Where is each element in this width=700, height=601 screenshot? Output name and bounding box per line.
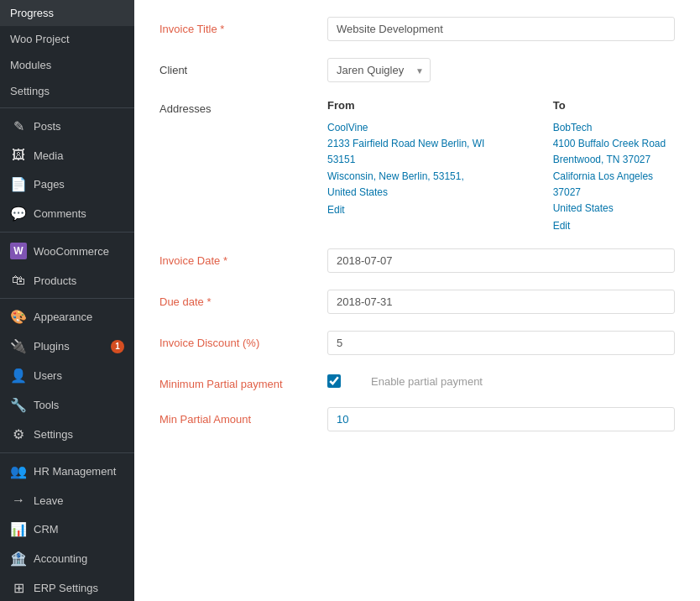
- from-address-text: CoolVine 2133 Fairfield Road New Berlin,…: [327, 120, 503, 201]
- sidebar-item-settings[interactable]: ⚙ Settings: [0, 420, 134, 449]
- from-label: From: [327, 99, 503, 112]
- sidebar-item-users[interactable]: 👤 Users: [0, 361, 134, 390]
- client-select-wrapper: Jaren Quigley: [327, 58, 431, 82]
- woocommerce-icon: W: [10, 243, 27, 259]
- client-label: Client: [159, 58, 327, 76]
- hr-icon: 👥: [10, 463, 27, 479]
- due-date-row: Due date *: [159, 290, 675, 314]
- invoice-title-control: [327, 17, 675, 41]
- to-address-col: To BobTech 4100 Buffalo Creek Road Brent…: [553, 99, 675, 232]
- partial-payment-checkbox-row: Enable partial payment: [327, 374, 675, 388]
- appearance-icon: 🎨: [10, 309, 27, 325]
- invoice-date-input[interactable]: [327, 248, 675, 273]
- sidebar-item-erp-settings[interactable]: ⊞ ERP Settings: [0, 573, 134, 601]
- addresses-label: Addresses: [159, 99, 327, 115]
- sidebar: Progress Woo Project Modules Settings ✎ …: [0, 0, 134, 601]
- client-select[interactable]: Jaren Quigley: [327, 58, 431, 82]
- from-address-col: From CoolVine 2133 Fairfield Road New Be…: [327, 99, 503, 232]
- sidebar-item-plugins[interactable]: 🔌 Plugins 1: [0, 332, 134, 361]
- comments-icon: 💬: [10, 206, 27, 222]
- invoice-date-label: Invoice Date *: [159, 248, 327, 267]
- posts-icon: ✎: [10, 118, 27, 134]
- sidebar-item-pages[interactable]: 📄 Pages: [0, 170, 134, 199]
- enable-partial-label: Enable partial payment: [371, 375, 483, 388]
- invoice-date-row: Invoice Date *: [159, 248, 675, 273]
- due-date-label: Due date *: [159, 290, 327, 308]
- sidebar-item-woocommerce[interactable]: W WooCommerce: [0, 236, 134, 266]
- min-partial-row: Minimum Partial payment Enable partial p…: [159, 372, 675, 390]
- invoice-title-label: Invoice Title *: [159, 17, 327, 35]
- plugins-badge: 1: [111, 340, 124, 353]
- sidebar-item-hr-management[interactable]: 👥 HR Management: [0, 457, 134, 486]
- min-partial-amount-label: Min Partial Amount: [159, 407, 327, 426]
- sidebar-item-media[interactable]: 🖼 Media: [0, 141, 134, 170]
- partial-payment-checkbox[interactable]: [327, 374, 341, 388]
- accounting-icon: 🏦: [10, 551, 27, 567]
- invoice-title-input[interactable]: [327, 17, 675, 41]
- invoice-title-row: Invoice Title *: [159, 17, 675, 41]
- to-edit-link[interactable]: Edit: [553, 220, 675, 232]
- plugins-icon: 🔌: [10, 338, 27, 354]
- sidebar-item-posts[interactable]: ✎ Posts: [0, 112, 134, 141]
- sidebar-item-appearance[interactable]: 🎨 Appearance: [0, 302, 134, 332]
- due-date-control: [327, 290, 675, 314]
- users-icon: 👤: [10, 368, 27, 384]
- invoice-discount-label: Invoice Discount (%): [159, 331, 327, 349]
- sidebar-item-modules[interactable]: Modules: [0, 52, 134, 78]
- invoice-discount-input[interactable]: [327, 331, 675, 355]
- min-partial-control: Enable partial payment: [327, 374, 675, 388]
- sidebar-item-leave[interactable]: → Leave: [0, 486, 134, 515]
- min-partial-amount-row: Min Partial Amount: [159, 407, 675, 431]
- addresses-section: Addresses From CoolVine 2133 Fairfield R…: [159, 99, 675, 232]
- invoice-discount-row: Invoice Discount (%): [159, 331, 675, 355]
- erp-icon: ⊞: [10, 580, 27, 596]
- pages-icon: 📄: [10, 176, 27, 192]
- min-partial-label: Minimum Partial payment: [159, 372, 327, 390]
- invoice-date-control: [327, 248, 675, 273]
- sidebar-item-crm[interactable]: 📊 CRM: [0, 515, 134, 544]
- sidebar-item-progress[interactable]: Progress: [0, 0, 134, 26]
- leave-icon: →: [10, 493, 27, 508]
- min-partial-amount-control: [327, 407, 675, 431]
- sidebar-item-tools[interactable]: 🔧 Tools: [0, 390, 134, 420]
- sidebar-item-woo-project[interactable]: Woo Project: [0, 26, 134, 52]
- addresses-columns: From CoolVine 2133 Fairfield Road New Be…: [327, 99, 675, 232]
- client-row: Client Jaren Quigley: [159, 58, 675, 82]
- main-content: Invoice Title * Client Jaren Quigley Add…: [134, 0, 700, 601]
- sidebar-item-comments[interactable]: 💬 Comments: [0, 199, 134, 228]
- min-partial-amount-input[interactable]: [327, 407, 675, 431]
- to-address-text: BobTech 4100 Buffalo Creek Road Brentwoo…: [553, 120, 675, 217]
- to-label: To: [553, 99, 675, 112]
- settings-icon: ⚙: [10, 426, 27, 442]
- invoice-discount-control: [327, 331, 675, 355]
- sidebar-item-accounting[interactable]: 🏦 Accounting: [0, 544, 134, 573]
- crm-icon: 📊: [10, 521, 27, 537]
- sidebar-item-settings-top[interactable]: Settings: [0, 78, 134, 104]
- tools-icon: 🔧: [10, 397, 27, 413]
- client-control: Jaren Quigley: [327, 58, 675, 82]
- products-icon: 🛍: [10, 273, 27, 288]
- sidebar-item-products[interactable]: 🛍 Products: [0, 266, 134, 295]
- due-date-input[interactable]: [327, 290, 675, 314]
- from-edit-link[interactable]: Edit: [327, 204, 503, 216]
- media-icon: 🖼: [10, 148, 27, 163]
